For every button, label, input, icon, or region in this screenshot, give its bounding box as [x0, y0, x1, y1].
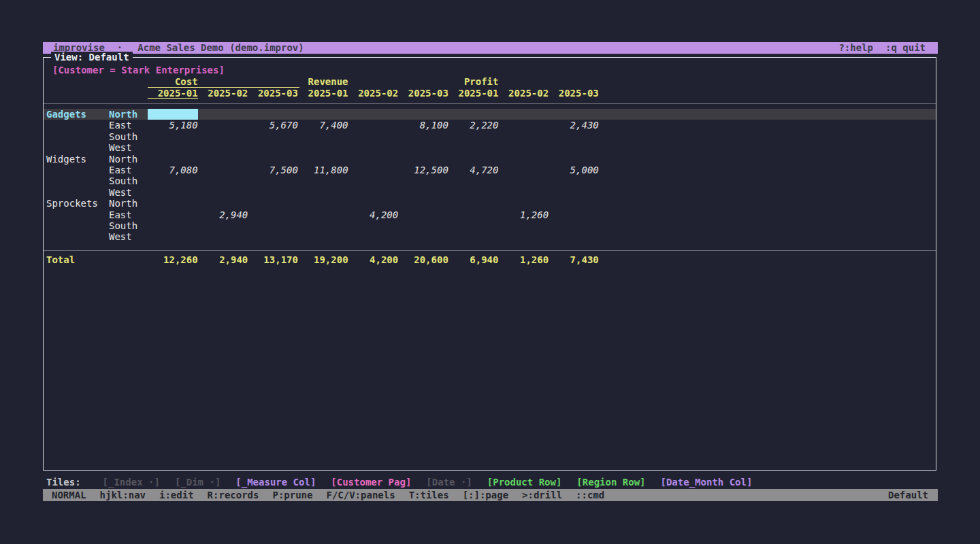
value-cell[interactable] [198, 109, 248, 120]
value-cell[interactable] [448, 231, 499, 242]
tile-dim[interactable]: [_Dim ·] [175, 477, 220, 488]
value-cell[interactable] [448, 109, 499, 120]
value-cell[interactable] [549, 175, 599, 186]
value-cell[interactable] [248, 109, 298, 120]
value-cell[interactable] [198, 198, 248, 209]
value-cell[interactable] [498, 109, 549, 120]
value-cell[interactable] [248, 131, 298, 142]
value-cell[interactable]: 5,180 [148, 120, 198, 131]
value-cell[interactable] [448, 131, 499, 142]
value-cell[interactable] [448, 154, 499, 165]
value-cell[interactable] [498, 187, 549, 198]
value-cell[interactable] [248, 142, 298, 153]
tile-customer[interactable]: [Customer Pag] [331, 477, 411, 488]
pivot-row-sprockets-south[interactable]: South [44, 220, 936, 231]
value-cell[interactable] [549, 187, 599, 198]
value-cell[interactable] [498, 231, 549, 242]
value-cell[interactable] [148, 175, 198, 186]
value-cell[interactable]: 12,500 [398, 165, 448, 175]
value-cell[interactable] [348, 131, 399, 142]
value-cell[interactable] [248, 209, 298, 220]
value-cell[interactable] [148, 220, 198, 231]
value-cell[interactable] [348, 220, 399, 231]
pivot-row-gadgets-east[interactable]: East 5,180 5,670 7,400 8,100 2,220 2,430 [44, 120, 936, 131]
value-cell[interactable] [198, 175, 248, 186]
value-cell[interactable] [248, 231, 298, 242]
value-cell[interactable] [398, 109, 448, 120]
value-cell[interactable] [348, 154, 399, 165]
value-cell[interactable] [398, 131, 448, 142]
month-header[interactable]: 2025-03 [549, 88, 599, 99]
tile-date-month[interactable]: [Date_Month Col] [661, 477, 753, 488]
tile-region[interactable]: [Region Row] [576, 477, 645, 488]
pivot-row-sprockets-west[interactable]: West [44, 231, 936, 242]
value-cell[interactable] [498, 165, 549, 175]
value-cell[interactable] [198, 120, 248, 131]
value-cell[interactable] [148, 142, 198, 153]
selected-cell[interactable] [148, 109, 198, 120]
value-cell[interactable] [398, 209, 448, 220]
value-cell[interactable] [348, 109, 399, 120]
pivot-row-widgets-east[interactable]: East 7,080 7,500 11,800 12,500 4,720 5,0… [44, 165, 936, 175]
value-cell[interactable] [248, 175, 298, 186]
value-cell[interactable] [198, 165, 248, 175]
value-cell[interactable] [198, 220, 248, 231]
value-cell[interactable]: 2,940 [198, 209, 248, 220]
tile-index[interactable]: [_Index ·] [103, 477, 160, 488]
value-cell[interactable] [248, 198, 298, 209]
pivot-row-gadgets-south[interactable]: South [44, 131, 936, 142]
value-cell[interactable] [398, 220, 448, 231]
value-cell[interactable] [148, 209, 198, 220]
value-cell[interactable] [148, 131, 198, 142]
value-cell[interactable] [398, 175, 448, 186]
value-cell[interactable] [498, 198, 549, 209]
value-cell[interactable] [549, 209, 599, 220]
value-cell[interactable] [549, 131, 599, 142]
value-cell[interactable] [298, 198, 348, 209]
value-cell[interactable] [448, 175, 499, 186]
pivot-row-sprockets-east[interactable]: East 2,940 4,200 1,260 [44, 209, 936, 220]
value-cell[interactable] [498, 120, 549, 131]
value-cell[interactable] [448, 220, 499, 231]
pivot-row-widgets-north[interactable]: Widgets North [44, 154, 936, 165]
value-cell[interactable] [298, 231, 348, 242]
value-cell[interactable] [198, 187, 248, 198]
pivot-row-gadgets-west[interactable]: West [44, 142, 936, 153]
value-cell[interactable] [348, 120, 399, 131]
value-cell[interactable] [248, 220, 298, 231]
pivot-row-widgets-west[interactable]: West [44, 187, 936, 198]
value-cell[interactable] [398, 198, 448, 209]
value-cell[interactable] [298, 220, 348, 231]
value-cell[interactable] [448, 187, 499, 198]
value-cell[interactable]: 5,670 [248, 120, 298, 131]
value-cell[interactable]: 7,500 [248, 165, 298, 175]
value-cell[interactable] [549, 109, 599, 120]
value-cell[interactable] [198, 231, 248, 242]
value-cell[interactable] [448, 209, 499, 220]
value-cell[interactable] [398, 142, 448, 153]
value-cell[interactable] [498, 131, 549, 142]
value-cell[interactable] [549, 231, 599, 242]
value-cell[interactable] [148, 154, 198, 165]
value-cell[interactable] [398, 231, 448, 242]
value-cell[interactable] [348, 165, 399, 175]
value-cell[interactable] [198, 131, 248, 142]
value-cell[interactable]: 11,800 [298, 165, 348, 175]
month-header[interactable]: 2025-03 [398, 88, 448, 99]
value-cell[interactable] [248, 187, 298, 198]
value-cell[interactable] [498, 154, 549, 165]
value-cell[interactable] [198, 142, 248, 153]
value-cell[interactable]: 1,260 [498, 209, 549, 220]
value-cell[interactable] [348, 187, 399, 198]
tile-measure[interactable]: [_Measure Col] [235, 477, 316, 488]
value-cell[interactable] [298, 131, 348, 142]
value-cell[interactable] [298, 142, 348, 153]
value-cell[interactable] [248, 154, 298, 165]
value-cell[interactable] [148, 187, 198, 198]
value-cell[interactable] [448, 198, 499, 209]
value-cell[interactable] [549, 198, 599, 209]
value-cell[interactable] [498, 142, 549, 153]
value-cell[interactable] [298, 175, 348, 186]
pivot-row-gadgets-north[interactable]: Gadgets North [44, 109, 936, 120]
value-cell[interactable]: 7,080 [148, 165, 198, 175]
